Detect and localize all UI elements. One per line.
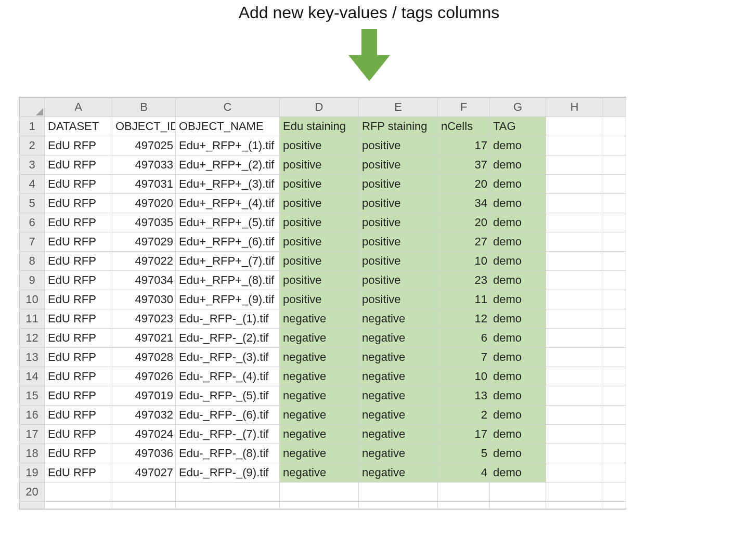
cell[interactable] <box>546 329 603 348</box>
cell[interactable] <box>603 367 626 386</box>
cell[interactable]: demo <box>490 367 546 386</box>
cell[interactable]: 497029 <box>112 232 176 252</box>
cell[interactable] <box>490 502 546 509</box>
cell[interactable]: 497025 <box>112 136 176 155</box>
cell[interactable]: EdU RFP <box>45 290 112 309</box>
cell[interactable]: 4 <box>438 463 490 483</box>
cell[interactable]: positive <box>359 175 438 194</box>
spreadsheet[interactable]: ABCDEFGH 1DATASETOBJECT_IDOBJECT_NAMEEdu… <box>19 97 626 510</box>
cell[interactable]: positive <box>280 271 359 290</box>
cell[interactable]: negative <box>280 348 359 367</box>
cell[interactable]: Edu-_RFP-_(9).tif <box>176 463 280 483</box>
cell[interactable]: negative <box>359 309 438 329</box>
cell[interactable] <box>359 483 438 502</box>
cell[interactable]: demo <box>490 329 546 348</box>
cell[interactable]: negative <box>280 309 359 329</box>
cell[interactable]: 23 <box>438 271 490 290</box>
cell[interactable]: EdU RFP <box>45 252 112 271</box>
cell[interactable] <box>490 483 546 502</box>
cell[interactable]: Edu+_RFP+_(5).tif <box>176 213 280 232</box>
cell[interactable]: demo <box>490 309 546 329</box>
row-header[interactable]: 19 <box>20 463 45 483</box>
column-header-F[interactable]: F <box>438 98 490 117</box>
cell[interactable]: negative <box>280 367 359 386</box>
cell[interactable] <box>603 444 626 463</box>
cell[interactable] <box>546 463 603 483</box>
row-header[interactable]: 12 <box>20 329 45 348</box>
cell[interactable]: EdU RFP <box>45 425 112 444</box>
row-header[interactable]: 3 <box>20 155 45 175</box>
cell[interactable]: Edu+_RFP+_(8).tif <box>176 271 280 290</box>
cell[interactable]: 6 <box>438 329 490 348</box>
cell[interactable]: positive <box>280 175 359 194</box>
cell[interactable]: Edu-_RFP-_(7).tif <box>176 425 280 444</box>
cell[interactable]: negative <box>359 444 438 463</box>
cell[interactable]: Edu-_RFP-_(6).tif <box>176 406 280 425</box>
cell[interactable]: EdU RFP <box>45 213 112 232</box>
cell[interactable]: negative <box>280 444 359 463</box>
cell[interactable]: demo <box>490 348 546 367</box>
cell[interactable] <box>603 386 626 406</box>
column-header-D[interactable]: D <box>280 98 359 117</box>
cell[interactable] <box>176 483 280 502</box>
cell[interactable]: negative <box>359 386 438 406</box>
cell[interactable]: Edu-_RFP-_(2).tif <box>176 329 280 348</box>
cell[interactable]: negative <box>359 406 438 425</box>
cell[interactable]: negative <box>280 425 359 444</box>
cell[interactable] <box>45 502 112 509</box>
cell[interactable] <box>603 290 626 309</box>
cell[interactable] <box>546 406 603 425</box>
cell[interactable]: 497022 <box>112 252 176 271</box>
cell[interactable]: demo <box>490 290 546 309</box>
cell[interactable]: negative <box>359 367 438 386</box>
cell[interactable] <box>359 502 438 509</box>
cell[interactable]: nCells <box>438 117 490 136</box>
cell[interactable]: EdU RFP <box>45 329 112 348</box>
cell[interactable]: Edu-_RFP-_(8).tif <box>176 444 280 463</box>
cell[interactable]: negative <box>280 463 359 483</box>
cell[interactable] <box>438 502 490 509</box>
cell[interactable]: 27 <box>438 232 490 252</box>
cell[interactable]: OBJECT_NAME <box>176 117 280 136</box>
cell[interactable] <box>603 329 626 348</box>
cell[interactable] <box>546 194 603 213</box>
cell[interactable] <box>546 425 603 444</box>
cell[interactable]: Edu+_RFP+_(3).tif <box>176 175 280 194</box>
cell[interactable]: EdU RFP <box>45 348 112 367</box>
cell[interactable]: positive <box>280 155 359 175</box>
cell[interactable]: Edu+_RFP+_(2).tif <box>176 155 280 175</box>
cell[interactable]: demo <box>490 155 546 175</box>
cell[interactable]: demo <box>490 406 546 425</box>
cell[interactable]: RFP staining <box>359 117 438 136</box>
cell[interactable]: EdU RFP <box>45 136 112 155</box>
cell[interactable]: 10 <box>438 252 490 271</box>
cell[interactable]: 497034 <box>112 271 176 290</box>
column-header-blank[interactable] <box>603 98 626 117</box>
row-header[interactable]: 7 <box>20 232 45 252</box>
cell[interactable] <box>603 271 626 290</box>
cell[interactable]: positive <box>359 194 438 213</box>
cell[interactable] <box>546 367 603 386</box>
cell[interactable]: negative <box>359 425 438 444</box>
cell[interactable]: demo <box>490 175 546 194</box>
cell[interactable] <box>546 117 603 136</box>
cell[interactable] <box>280 502 359 509</box>
cell[interactable] <box>603 463 626 483</box>
cell[interactable] <box>546 483 603 502</box>
row-header[interactable] <box>20 502 45 509</box>
cell[interactable]: positive <box>280 194 359 213</box>
cell[interactable]: positive <box>359 232 438 252</box>
cell[interactable] <box>546 348 603 367</box>
cell[interactable]: 497019 <box>112 386 176 406</box>
cell[interactable]: Edu+_RFP+_(4).tif <box>176 194 280 213</box>
cell[interactable]: 497031 <box>112 175 176 194</box>
cell[interactable]: 497026 <box>112 367 176 386</box>
cell[interactable]: EdU RFP <box>45 309 112 329</box>
cell[interactable]: demo <box>490 425 546 444</box>
cell[interactable]: 17 <box>438 425 490 444</box>
cell[interactable]: 2 <box>438 406 490 425</box>
cell[interactable]: demo <box>490 271 546 290</box>
row-header[interactable]: 11 <box>20 309 45 329</box>
cell[interactable]: negative <box>280 329 359 348</box>
cell[interactable] <box>438 483 490 502</box>
